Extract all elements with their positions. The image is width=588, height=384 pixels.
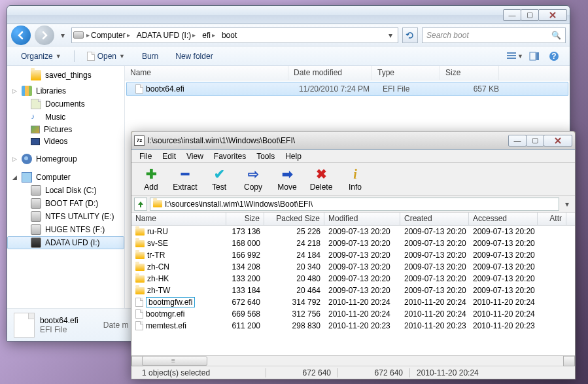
- nav-item-drive-f[interactable]: HUGE NTFS (F:): [7, 223, 124, 236]
- new-folder-button[interactable]: New folder: [168, 49, 220, 63]
- sevenzip-titlebar[interactable]: 7z I:\sources\install.wim\1\Windows\Boot…: [131, 131, 575, 150]
- path-dropdown[interactable]: ▾: [562, 200, 572, 209]
- horizontal-scrollbar[interactable]: [131, 355, 575, 366]
- sevenzip-row[interactable]: ru-RU173 13625 2262009-07-13 20:202009-0…: [131, 226, 575, 237]
- file-row[interactable]: bootx64.efi 11/20/2010 7:24 PM EFI File …: [126, 82, 568, 96]
- row-packed: 312 756: [264, 309, 324, 319]
- sevenzip-row[interactable]: bootmgr.efi669 568312 7562010-11-20 20:2…: [131, 308, 575, 320]
- col-name[interactable]: Name: [125, 66, 288, 80]
- forward-button[interactable]: [35, 26, 54, 45]
- back-button[interactable]: [11, 26, 31, 45]
- up-button[interactable]: [134, 198, 147, 211]
- minimize-button[interactable]: —: [508, 135, 527, 147]
- address-bar[interactable]: ▸Computer▸ ADATA UFD (I:)▸ efi▸ boot ▾: [71, 27, 398, 43]
- row-created: 2010-11-20 20:24: [400, 297, 469, 307]
- menu-file[interactable]: File: [134, 150, 157, 162]
- burn-button[interactable]: Burn: [135, 49, 165, 63]
- row-created: 2010-11-20 20:24: [400, 309, 469, 319]
- file-list[interactable]: bootx64.efi 11/20/2010 7:24 PM EFI File …: [125, 80, 570, 97]
- row-packed: 20 464: [264, 285, 324, 296]
- col-accessed[interactable]: Accessed: [469, 213, 538, 225]
- explorer-titlebar[interactable]: — ▢: [7, 6, 570, 24]
- nav-row: ▾ ▸Computer▸ ADATA UFD (I:)▸ efi▸ boot ▾…: [7, 24, 570, 46]
- view-button[interactable]: ▼: [506, 49, 524, 63]
- close-button[interactable]: [544, 135, 572, 147]
- row-name: memtest.efi: [146, 321, 186, 330]
- row-modified: 2009-07-13 20:20: [324, 273, 400, 284]
- col-size[interactable]: Size: [440, 66, 499, 80]
- breadcrumb-efi[interactable]: efi▸: [199, 29, 219, 41]
- open-button[interactable]: Open ▼: [80, 49, 132, 63]
- sevenzip-row[interactable]: tr-TR166 99224 1842009-07-13 20:202009-0…: [131, 249, 575, 261]
- nav-item-music[interactable]: ♪Music: [7, 111, 124, 124]
- delete-button[interactable]: ✖Delete: [305, 166, 337, 192]
- nav-item-drive-i[interactable]: ADATA UFD (I:): [7, 236, 124, 249]
- nav-item-saved-things[interactable]: saved_things: [7, 69, 124, 82]
- nav-item-pictures[interactable]: Pictures: [7, 124, 124, 135]
- nav-item-libraries[interactable]: Libraries: [7, 84, 124, 97]
- breadcrumb-computer[interactable]: ▸Computer▸: [84, 29, 134, 41]
- menu-edit[interactable]: Edit: [157, 150, 181, 162]
- col-modified[interactable]: Modified: [324, 213, 400, 225]
- nav-item-drive-d[interactable]: BOOT FAT (D:): [7, 197, 124, 210]
- sevenzip-file-list[interactable]: Name Size Packed Size Modified Created A…: [131, 213, 575, 355]
- refresh-button[interactable]: [402, 27, 418, 43]
- col-type[interactable]: Type: [372, 66, 440, 80]
- sevenzip-row[interactable]: zh-CN134 20820 3402009-07-13 20:202009-0…: [131, 261, 575, 273]
- sevenzip-row[interactable]: zh-TW133 18420 4642009-07-13 20:202009-0…: [131, 285, 575, 296]
- test-button[interactable]: ✔Test: [203, 166, 235, 192]
- menu-help[interactable]: Help: [280, 150, 307, 162]
- sevenzip-row[interactable]: zh-HK133 20020 4802009-07-13 20:202009-0…: [131, 273, 575, 285]
- folder-icon: [153, 200, 162, 207]
- nav-history-dropdown[interactable]: ▾: [58, 31, 67, 40]
- nav-item-drive-e[interactable]: NTFS UTALITY (E:): [7, 210, 124, 223]
- col-date[interactable]: Date modified: [288, 66, 372, 80]
- close-icon: [554, 137, 562, 144]
- nav-pane[interactable]: saved_things Libraries Documents ♪Music …: [7, 66, 125, 308]
- add-button[interactable]: ✚Add: [135, 166, 167, 192]
- nav-item-videos[interactable]: Videos: [7, 135, 124, 147]
- drive-icon: [31, 224, 41, 235]
- col-attr[interactable]: Attr: [538, 213, 566, 225]
- search-input[interactable]: Search boot 🔍: [422, 27, 566, 43]
- nav-item-drive-c[interactable]: Local Disk (C:): [7, 184, 124, 197]
- drive-icon: [31, 185, 41, 196]
- row-created: 2009-07-13 20:20: [400, 262, 469, 272]
- sevenzip-row[interactable]: memtest.efi611 200298 8302010-11-20 20:2…: [131, 320, 575, 332]
- menu-view[interactable]: View: [181, 150, 209, 162]
- help-button[interactable]: ?: [545, 49, 563, 63]
- move-button[interactable]: ➡Move: [271, 166, 303, 192]
- file-date: 11/20/2010 7:24 PM: [294, 83, 377, 95]
- breadcrumb-label: ADATA UFD (I:): [137, 31, 192, 40]
- maximize-button[interactable]: ▢: [521, 9, 539, 21]
- row-name: sv-SE: [147, 239, 168, 248]
- organize-button[interactable]: Organize ▼: [14, 49, 69, 63]
- maximize-button[interactable]: ▢: [526, 135, 544, 147]
- col-packed[interactable]: Packed Size: [264, 213, 324, 225]
- col-name[interactable]: Name: [131, 213, 226, 225]
- sevenzip-row[interactable]: bootmgfw.efi672 640314 7922010-11-20 20:…: [131, 296, 575, 308]
- nav-item-documents[interactable]: Documents: [7, 97, 124, 111]
- nav-item-homegroup[interactable]: Homegroup: [7, 152, 124, 166]
- copy-button[interactable]: ⇨Copy: [237, 166, 269, 192]
- extract-button[interactable]: ━Extract: [169, 166, 201, 192]
- menu-tools[interactable]: Tools: [251, 150, 280, 162]
- sevenzip-path-input[interactable]: I:\sources\install.wim\1\Windows\Boot\EF…: [150, 198, 559, 211]
- row-packed: 314 792: [264, 297, 324, 307]
- minimize-button[interactable]: —: [503, 9, 521, 21]
- nav-item-computer[interactable]: Computer: [7, 171, 124, 184]
- info-icon: i: [347, 166, 363, 182]
- file-header: Name Date modified Type Size: [125, 66, 570, 80]
- info-button[interactable]: iInfo: [339, 166, 371, 192]
- refresh-icon: [406, 31, 415, 40]
- address-dropdown[interactable]: ▾: [385, 31, 396, 40]
- breadcrumb-drive[interactable]: ADATA UFD (I:)▸: [134, 29, 200, 41]
- close-button[interactable]: [538, 9, 567, 21]
- menu-favorites[interactable]: Favorites: [209, 150, 251, 162]
- scrollbar-thumb[interactable]: [142, 357, 207, 366]
- col-size[interactable]: Size: [226, 213, 264, 225]
- sevenzip-row[interactable]: sv-SE168 00024 2182009-07-13 20:202009-0…: [131, 237, 575, 249]
- col-created[interactable]: Created: [400, 213, 469, 225]
- preview-pane-button[interactable]: [525, 49, 544, 63]
- breadcrumb-boot[interactable]: boot: [219, 29, 241, 41]
